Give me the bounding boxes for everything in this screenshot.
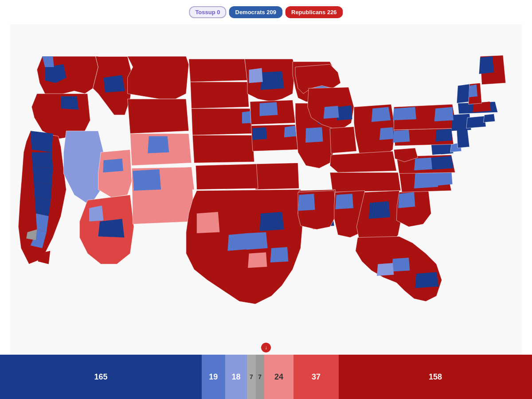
svg-marker-40 [260,102,278,116]
svg-marker-63 [227,233,249,251]
svg-marker-81 [398,192,415,208]
svg-marker-10 [34,181,52,200]
legend-democrats[interactable]: Democrats 209 [229,6,283,18]
svg-marker-99 [393,107,416,120]
svg-marker-67 [270,247,289,262]
svg-marker-62 [260,212,284,231]
svg-marker-9 [33,167,53,184]
svg-marker-35 [192,135,254,163]
svg-marker-64 [246,232,268,250]
svg-marker-37 [261,71,284,90]
svg-marker-78 [392,258,410,271]
svg-marker-27 [89,206,103,222]
svg-marker-106 [469,85,477,98]
svg-marker-48 [305,127,323,143]
legend-republicans[interactable]: Republicans 226 [285,6,343,18]
svg-marker-12 [36,214,49,232]
svg-marker-24 [103,159,123,172]
svg-marker-52 [324,106,339,119]
svg-marker-94 [393,130,410,143]
svg-marker-51 [337,106,352,121]
svg-marker-55 [372,107,391,122]
svg-marker-22 [148,136,169,153]
bar-tossup-rep[interactable]: 7 [256,355,264,399]
svg-marker-75 [369,201,390,219]
svg-marker-20 [128,99,189,133]
svg-marker-98 [434,107,454,121]
svg-marker-65 [248,252,267,268]
svg-marker-56 [379,127,394,140]
svg-marker-57 [330,151,396,172]
bar-rep-safe[interactable]: 158 [339,355,532,399]
map-container [0,24,532,355]
svg-marker-18 [104,75,125,93]
svg-marker-23 [98,149,132,197]
svg-marker-71 [298,194,315,211]
svg-marker-79 [377,263,394,276]
svg-marker-60 [196,164,258,190]
svg-marker-43 [284,125,297,137]
svg-marker-83 [414,172,438,188]
bar-dem-safe[interactable]: 165 [0,355,202,399]
svg-marker-11 [35,198,51,216]
svg-marker-84 [435,171,452,186]
svg-marker-38 [249,68,263,83]
svg-marker-31 [189,59,247,82]
svg-marker-8 [31,152,53,168]
svg-marker-32 [190,82,249,109]
svg-marker-86 [430,156,454,170]
svg-marker-108 [479,56,494,74]
legend: Tossup 0 Democrats 209 Republicans 226 [189,6,343,18]
svg-marker-95 [457,128,469,148]
svg-marker-93 [435,129,452,142]
bar-dem-likely[interactable]: 19 [202,355,225,399]
svg-marker-59 [254,163,299,189]
bottom-bar: 165 19 18 7 7 24 37 158 [0,355,532,399]
svg-marker-100 [466,116,486,129]
svg-marker-29 [133,169,161,191]
svg-marker-7 [31,131,53,152]
svg-marker-5 [61,96,78,110]
legend-tossup[interactable]: Tossup 0 [189,6,226,18]
svg-marker-66 [197,212,220,233]
arrow-indicator: ↓ [261,343,271,352]
svg-marker-101 [483,114,495,122]
svg-marker-42 [253,127,267,140]
svg-marker-58 [330,172,401,192]
bar-rep-lean[interactable]: 24 [264,355,293,399]
bar-rep-likely[interactable]: 37 [293,355,339,399]
svg-marker-30 [160,167,194,189]
us-map[interactable] [0,24,532,355]
svg-marker-87 [414,157,432,170]
svg-marker-73 [335,194,353,209]
bar-tossup-dem[interactable]: 7 [247,355,255,399]
svg-marker-53 [330,127,356,153]
bar-dem-lean[interactable]: 18 [225,355,247,399]
svg-marker-26 [98,219,124,238]
svg-marker-77 [415,272,438,288]
